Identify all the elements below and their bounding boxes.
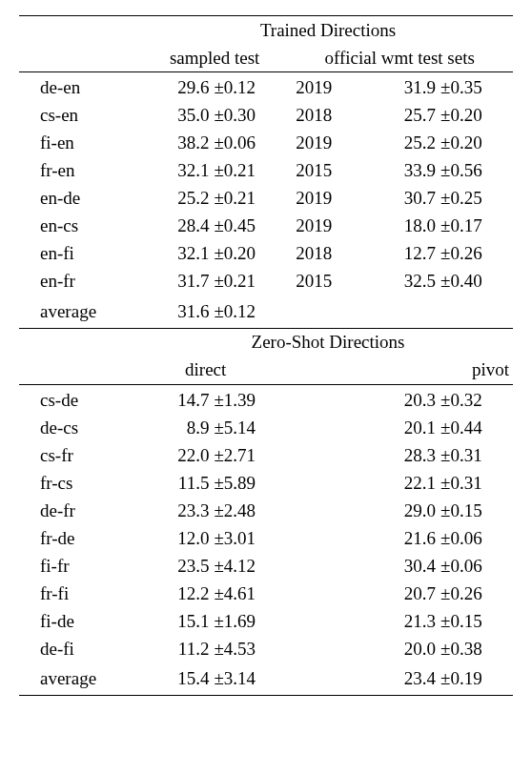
year: 2019 <box>286 72 370 102</box>
official-value: 25.2 <box>370 130 440 157</box>
pair-label: fi-de <box>19 607 143 635</box>
col-pivot: pivot <box>370 356 513 385</box>
trained-avg-value: 31.6 <box>143 295 213 329</box>
direct-err: ±1.69 <box>213 607 286 635</box>
pivot-err: ±0.06 <box>440 552 513 580</box>
sampled-err: ±0.30 <box>213 102 286 130</box>
pivot-value: 21.3 <box>370 607 440 635</box>
official-err: ±0.17 <box>440 213 513 240</box>
pair-label: en-fi <box>19 240 143 268</box>
official-value: 12.7 <box>370 240 440 268</box>
sampled-err: ±0.20 <box>213 240 286 268</box>
direct-err: ±2.71 <box>213 441 286 469</box>
sampled-err: ±0.12 <box>213 72 286 102</box>
official-err: ±0.35 <box>440 72 513 102</box>
sampled-err: ±0.06 <box>213 130 286 157</box>
pair-label: fi-fr <box>19 552 143 580</box>
pivot-err: ±0.06 <box>440 524 513 552</box>
year: 2018 <box>286 102 370 130</box>
year: 2015 <box>286 268 370 295</box>
direct-err: ±4.53 <box>213 635 286 662</box>
zeroshot-avg-direct-err: ±3.14 <box>213 662 286 696</box>
pair-label: cs-fr <box>19 441 143 469</box>
zeroshot-avg-label: average <box>19 662 143 696</box>
sampled-err: ±0.21 <box>213 268 286 295</box>
trained-avg-label: average <box>19 295 143 329</box>
pivot-err: ±0.38 <box>440 635 513 662</box>
pair-label: de-cs <box>19 414 143 441</box>
results-table: Trained Directionssampled testofficial w… <box>19 15 513 696</box>
official-err: ±0.26 <box>440 240 513 268</box>
direct-err: ±2.48 <box>213 497 286 524</box>
direct-err: ±5.89 <box>213 469 286 497</box>
sampled-value: 31.7 <box>143 268 213 295</box>
direct-value: 22.0 <box>143 441 213 469</box>
pivot-value: 20.1 <box>370 414 440 441</box>
sampled-value: 32.1 <box>143 157 213 185</box>
pair-label: de-en <box>19 72 143 102</box>
direct-value: 14.7 <box>143 384 213 414</box>
official-err: ±0.25 <box>440 185 513 213</box>
pair-label: fi-en <box>19 130 143 157</box>
pivot-err: ±0.31 <box>440 441 513 469</box>
col-sampled: sampled test <box>143 44 286 72</box>
pivot-value: 30.4 <box>370 552 440 580</box>
direct-value: 11.5 <box>143 469 213 497</box>
year: 2018 <box>286 240 370 268</box>
direct-value: 11.2 <box>143 635 213 662</box>
pivot-err: ±0.31 <box>440 469 513 497</box>
sampled-value: 35.0 <box>143 102 213 130</box>
zeroshot-avg-direct-value: 15.4 <box>143 662 213 696</box>
direct-value: 23.3 <box>143 497 213 524</box>
sampled-value: 29.6 <box>143 72 213 102</box>
official-value: 18.0 <box>370 213 440 240</box>
year: 2019 <box>286 130 370 157</box>
zeroshot-title: Zero-Shot Directions <box>143 328 513 356</box>
pivot-err: ±0.15 <box>440 497 513 524</box>
official-err: ±0.40 <box>440 268 513 295</box>
col-official: official wmt test sets <box>286 44 513 72</box>
pair-label: fr-de <box>19 524 143 552</box>
pivot-value: 28.3 <box>370 441 440 469</box>
official-value: 33.9 <box>370 157 440 185</box>
pair-label: en-fr <box>19 268 143 295</box>
direct-err: ±5.14 <box>213 414 286 441</box>
pivot-err: ±0.15 <box>440 607 513 635</box>
pair-label: fr-fi <box>19 580 143 607</box>
sampled-value: 28.4 <box>143 213 213 240</box>
sampled-value: 25.2 <box>143 185 213 213</box>
pair-label: cs-en <box>19 102 143 130</box>
sampled-value: 32.1 <box>143 240 213 268</box>
pivot-err: ±0.44 <box>440 414 513 441</box>
year: 2019 <box>286 213 370 240</box>
sampled-err: ±0.45 <box>213 213 286 240</box>
col-direct: direct <box>143 356 370 385</box>
official-err: ±0.20 <box>440 102 513 130</box>
direct-value: 12.2 <box>143 580 213 607</box>
direct-value: 12.0 <box>143 524 213 552</box>
trained-title: Trained Directions <box>143 16 513 45</box>
pivot-value: 21.6 <box>370 524 440 552</box>
sampled-err: ±0.21 <box>213 157 286 185</box>
pair-label: de-fi <box>19 635 143 662</box>
pair-label: en-de <box>19 185 143 213</box>
direct-err: ±1.39 <box>213 384 286 414</box>
pair-label: fr-en <box>19 157 143 185</box>
pivot-value: 20.0 <box>370 635 440 662</box>
direct-err: ±4.12 <box>213 552 286 580</box>
pivot-value: 20.7 <box>370 580 440 607</box>
zeroshot-avg-pivot-value: 23.4 <box>370 662 440 696</box>
pivot-err: ±0.26 <box>440 580 513 607</box>
pivot-err: ±0.32 <box>440 384 513 414</box>
pair-label: de-fr <box>19 497 143 524</box>
year: 2019 <box>286 185 370 213</box>
official-value: 32.5 <box>370 268 440 295</box>
sampled-err: ±0.21 <box>213 185 286 213</box>
pivot-value: 29.0 <box>370 497 440 524</box>
direct-value: 8.9 <box>143 414 213 441</box>
official-value: 25.7 <box>370 102 440 130</box>
pair-label: cs-de <box>19 384 143 414</box>
pair-label: fr-cs <box>19 469 143 497</box>
direct-value: 15.1 <box>143 607 213 635</box>
direct-err: ±3.01 <box>213 524 286 552</box>
